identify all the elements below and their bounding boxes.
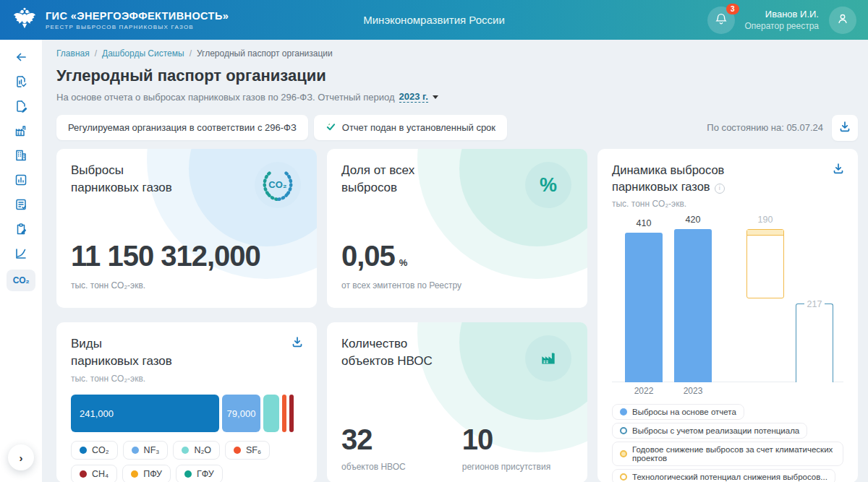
bar-2022-emissions — [625, 233, 663, 382]
sidebar-collapse-button[interactable] — [7, 48, 35, 68]
card-emissions-title: Выбросы парниковых газов — [71, 162, 302, 197]
sidebar-item-analytics[interactable] — [7, 171, 35, 191]
notifications-count-badge: 3 — [726, 4, 739, 14]
report-check-icon — [14, 74, 28, 92]
list-check-icon — [14, 197, 28, 215]
card-nvos: Количество объектов НВОС 32 объектов НВО… — [327, 322, 587, 482]
share-value: 0,05% — [341, 240, 407, 272]
segment-co2: 241,000 — [71, 395, 219, 432]
nvos-regions-value: 10 — [462, 423, 550, 456]
chevron-right-icon: › — [20, 452, 23, 464]
segment-sf6 — [282, 395, 286, 432]
legend-marker-filled-blue — [620, 408, 627, 416]
nvos-objects-value: 32 — [341, 423, 406, 456]
page-download-button[interactable] — [832, 115, 858, 141]
card-dynamics-title: Динамика выбросов парниковых газовi — [612, 162, 843, 195]
user-role: Оператор реестра — [745, 21, 820, 31]
sidebar-item-documents[interactable] — [7, 98, 35, 117]
gas-legend-chips: CO₂ NF₃ N₂O SF₆ CH₄ ПФУ ГФУ Прочие газы — [71, 441, 302, 482]
breadcrumb-current: Углеродный паспорт организации — [197, 48, 333, 59]
person-icon — [835, 12, 850, 29]
sidebar-item-reports[interactable] — [7, 73, 35, 92]
app-subtitle: РЕЕСТР ВЫБРОСОВ ПАРНИКОВЫХ ГАЗОВ — [46, 24, 229, 30]
user-avatar[interactable] — [829, 7, 856, 34]
collapse-arrow-icon — [14, 50, 28, 67]
card-share: Доля от всех выбросов % 0,05% от всех эм… — [327, 149, 587, 308]
breadcrumb-dashboards[interactable]: Дашборды Системы — [102, 48, 184, 59]
breadcrumb: Главная / Дашборды Системы / Углеродный … — [56, 48, 858, 59]
dynamics-bar-chart: 410 420 190 217 — [612, 222, 843, 382]
chip-pfu[interactable]: ПФУ — [122, 465, 171, 482]
sidebar: CO₂ › — [0, 40, 42, 482]
card-gas-types-title: Виды парниковых газов — [71, 335, 302, 370]
chevron-down-icon[interactable] — [433, 95, 438, 99]
info-icon[interactable]: i — [715, 184, 725, 194]
segment-n2o — [263, 395, 279, 432]
factory-icon — [14, 124, 28, 141]
sidebar-item-organizations[interactable] — [7, 147, 35, 166]
sidebar-item-dynamics[interactable] — [7, 245, 35, 264]
sidebar-item-registry[interactable] — [7, 196, 35, 215]
legend-item-potential-emissions[interactable]: Выбросы с учетом реализации потенциала — [612, 423, 807, 439]
card-nvos-title: Количество объектов НВОС — [341, 335, 573, 370]
check-leaf-icon — [326, 121, 336, 134]
regulated-org-badge: Регулируемая организация в соответствии … — [56, 115, 308, 140]
chip-nf3[interactable]: NF₃ — [123, 441, 169, 460]
sidebar-item-tasks[interactable] — [7, 220, 35, 240]
legend-item-tech-potential[interactable]: Технологический потенциал снижения выбро… — [612, 469, 835, 482]
card-gas-types: Виды парниковых газов тыс. тонн CO₂-экв.… — [56, 322, 317, 482]
notifications-button[interactable]: 3 — [707, 7, 735, 34]
card-share-title: Доля от всех выбросов — [341, 162, 573, 197]
chip-co2[interactable]: CO₂ — [71, 441, 118, 460]
nvos-objects-label: объектов НВОС — [341, 462, 406, 472]
building-icon — [14, 148, 28, 165]
app-title: ГИС «ЭНЕРГОЭФФЕКТИВНОСТЬ» — [46, 10, 229, 22]
nvos-regions-label: регионов присутствия — [462, 462, 550, 472]
bar-value-label: 217 — [796, 299, 833, 309]
bar-value-label: 420 — [674, 215, 712, 225]
segment-nf3: 79,000 — [222, 395, 260, 432]
emissions-value: 11 150 312,000 — [71, 240, 260, 272]
legend-item-report-emissions[interactable]: Выбросы на основе отчета — [612, 404, 744, 420]
sidebar-item-facilities[interactable] — [7, 122, 35, 142]
app-logo-group: ГИС «ЭНЕРГОЭФФЕКТИВНОСТЬ» РЕЕСТР ВЫБРОСО… — [12, 6, 229, 35]
cards-grid: Выбросы парниковых газов CO₂ 11 150 312,… — [56, 149, 858, 482]
main-content: Главная / Дашборды Системы / Углеродный … — [42, 40, 868, 482]
bar-value-label: 410 — [625, 218, 663, 228]
x-tick-2023: 2023 — [674, 386, 712, 396]
period-dropdown[interactable]: 2023 г. — [399, 91, 428, 103]
chip-sf6[interactable]: SF₆ — [225, 441, 270, 460]
sidebar-item-co2-passport[interactable]: CO₂ — [7, 270, 35, 291]
share-value-suffix: % — [399, 257, 408, 268]
bar-chart-icon — [14, 173, 28, 190]
download-icon — [838, 120, 851, 136]
chip-gfu[interactable]: ГФУ — [176, 465, 223, 482]
report-submitted-badge: Отчет подан в установленный срок — [314, 115, 507, 140]
chart-legend: Выбросы на основе отчета Выбросы с учето… — [612, 404, 843, 482]
chip-n2o[interactable]: N₂O — [173, 441, 220, 460]
segment-ch4 — [289, 395, 294, 432]
bell-icon — [714, 12, 728, 29]
chip-ch4[interactable]: CH₄ — [71, 465, 117, 482]
x-tick-2022: 2022 — [625, 386, 663, 396]
card-dynamics-chart: Динамика выбросов парниковых газовi тыс.… — [597, 149, 858, 482]
bar-climate-projects-reduction — [746, 229, 784, 298]
chart-x-axis: 2022 2023 — [612, 382, 843, 398]
bar-2023-emissions — [674, 229, 712, 382]
gas-types-stacked-bar: 241,000 79,000 — [71, 395, 302, 432]
trend-chart-icon — [14, 246, 28, 264]
as-of-date: По состоянию на: 05.07.24 — [707, 122, 823, 133]
co2-icon: CO₂ — [13, 275, 29, 285]
legend-item-climate-projects[interactable]: Годовое снижение выбросов за счет климат… — [612, 442, 843, 466]
breadcrumb-home[interactable]: Главная — [56, 48, 90, 59]
sidebar-expand-button[interactable]: › — [8, 444, 34, 470]
chart-unit: тыс. тонн CO₂-экв. — [612, 199, 843, 209]
page-title: Углеродный паспорт организации — [56, 66, 858, 86]
user-name: Иванов И.И. — [745, 9, 820, 20]
clipboard-edit-icon — [14, 222, 28, 239]
bar-technological-potential — [796, 304, 833, 382]
legend-marker-filled-yellow — [620, 450, 627, 457]
coat-of-arms-eagle-icon — [12, 6, 38, 35]
document-edit-icon — [14, 99, 28, 116]
app-header: ГИС «ЭНЕРГОЭФФЕКТИВНОСТЬ» РЕЕСТР ВЫБРОСО… — [0, 0, 868, 40]
